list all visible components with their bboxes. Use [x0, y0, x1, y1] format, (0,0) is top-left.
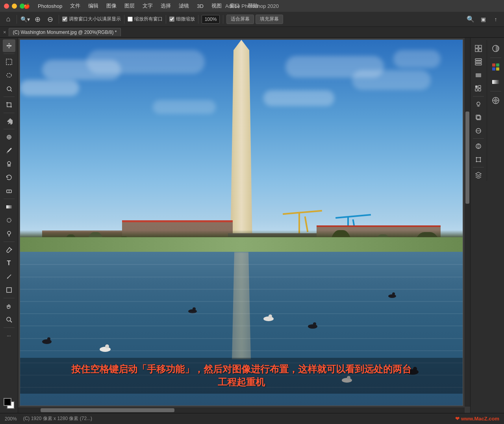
minimize-button[interactable] [12, 4, 17, 9]
svg-point-7 [7, 162, 11, 165]
tool-separator-8 [4, 327, 15, 328]
horizontal-scrollbar[interactable] [18, 407, 465, 413]
scrubby-zoom-checkbox[interactable] [169, 17, 174, 22]
rp-separator-1 [473, 96, 484, 97]
shape-tool[interactable] [3, 284, 15, 296]
lasso-tool[interactable] [3, 69, 15, 82]
stamp-tool[interactable] [3, 158, 15, 170]
text-tool[interactable]: T [3, 257, 15, 270]
gradient-tool[interactable] [3, 201, 15, 213]
rp-swatches-btn[interactable] [490, 61, 502, 73]
svg-point-40 [476, 157, 477, 158]
heal-tool[interactable] [3, 131, 15, 143]
vertical-scrollbar[interactable] [465, 38, 470, 407]
fill-screen-button[interactable]: 填充屏幕 [256, 15, 283, 24]
svg-rect-11 [6, 205, 12, 208]
menu-layer[interactable]: 图层 [120, 0, 139, 12]
rp-patterns-btn[interactable] [490, 95, 502, 106]
foreground-color-swatch[interactable] [4, 398, 11, 406]
more-tools-button[interactable]: ··· [3, 329, 15, 342]
quick-select-tool[interactable] [3, 82, 15, 95]
blur-tool[interactable] [3, 214, 15, 227]
fit-screen-button[interactable]: 适合屏幕 [226, 15, 254, 24]
rp-gradient-btn[interactable] [490, 76, 502, 88]
fit-window-checkbox-label[interactable]: 调整窗口大小以满屏显示 [62, 16, 121, 22]
toolbar-separator-4 [166, 15, 166, 24]
fit-window-checkbox[interactable] [62, 17, 67, 22]
right-panel-inner [471, 40, 504, 181]
marquee-tool[interactable] [3, 56, 15, 68]
zoom-all-checkbox[interactable] [128, 17, 133, 22]
menu-3d[interactable]: 3D [193, 0, 208, 12]
layout-icon-button[interactable]: ▣ [478, 14, 488, 24]
brush-tool[interactable] [3, 144, 15, 157]
rp-rect-btn[interactable] [472, 69, 484, 81]
menu-view[interactable]: 视图 [208, 0, 226, 12]
photo-canvas[interactable]: 按住空格键启动「手移功能」，然后对图像进行布置，这样就可以看到远处的两台 工程起… [20, 39, 463, 406]
zoom-value-input[interactable] [202, 15, 220, 24]
crop-tool[interactable] [3, 99, 15, 111]
rp-copy-btn[interactable] [472, 112, 484, 123]
menu-apple[interactable]: 🍎 [20, 0, 34, 12]
path-select-tool[interactable] [3, 270, 15, 283]
svg-rect-27 [475, 86, 478, 88]
zoom-all-checkbox-label[interactable]: 缩放所有窗口 [128, 16, 163, 22]
svg-rect-24 [475, 61, 482, 63]
vertical-scrollbar-thumb[interactable] [465, 112, 469, 204]
zoom-in-button[interactable]: ⊕ [32, 14, 43, 24]
svg-point-17 [7, 317, 11, 321]
rp-layers-btn[interactable] [472, 169, 484, 181]
document-tab[interactable]: (C) Washington Monument.jpg @ 200%(RGB/8… [9, 28, 121, 36]
tab-close-button[interactable]: × [3, 29, 6, 35]
right-panel [470, 38, 504, 413]
overlay-text-container: 按住空格键启动「手移功能」，然后对图像进行布置，这样就可以看到远处的两台 工程起… [20, 358, 463, 394]
rp-grid-btn[interactable] [472, 83, 484, 95]
canvas-area[interactable]: 按住空格键启动「手移功能」，然后对图像进行布置，这样就可以看到远处的两台 工程起… [18, 38, 470, 413]
svg-rect-45 [492, 63, 495, 67]
rp-circle-btn[interactable] [472, 125, 484, 137]
tool-separator-6 [4, 242, 15, 242]
color-swatch[interactable] [3, 397, 15, 410]
tool-separator-1 [4, 54, 15, 54]
pen-tool[interactable] [3, 244, 15, 256]
menu-photoshop[interactable]: Photoshop [34, 0, 66, 12]
rp-light-btn[interactable] [472, 98, 484, 110]
history-tool[interactable] [3, 171, 15, 184]
svg-point-31 [477, 102, 480, 105]
search-icon-button[interactable]: 🔍 [465, 14, 476, 24]
svg-rect-49 [492, 80, 499, 84]
hand-tool[interactable] [3, 300, 15, 312]
menu-text[interactable]: 文字 [139, 0, 157, 12]
move-tool[interactable] [3, 39, 15, 52]
horizontal-scrollbar-thumb[interactable] [41, 408, 174, 412]
menu-image[interactable]: 图像 [102, 0, 120, 12]
share-icon-button[interactable]: ↑ [491, 14, 501, 24]
dodge-tool[interactable] [3, 227, 15, 240]
menu-select[interactable]: 选择 [157, 0, 175, 12]
close-button[interactable] [4, 4, 9, 9]
scrubby-zoom-checkbox-label[interactable]: 细微缩放 [169, 16, 195, 22]
menu-edit[interactable]: 编辑 [84, 0, 102, 12]
tool-separator-7 [4, 298, 15, 298]
eyedropper-tool[interactable] [3, 115, 15, 127]
tool-separator-4 [4, 129, 15, 129]
rp-transform-btn[interactable] [472, 154, 484, 166]
zoom-out-button[interactable]: ⊖ [44, 14, 56, 24]
rp-arrange-btn[interactable] [472, 56, 484, 68]
rp-col2-separator-1 [490, 58, 501, 58]
svg-rect-0 [6, 59, 12, 65]
toolbar-separator [17, 15, 17, 24]
rp-sphere-btn[interactable] [472, 140, 484, 152]
tabbar: × (C) Washington Monument.jpg @ 200%(RGB… [0, 27, 504, 38]
zoom-tool-button[interactable]: 🔍▾ [20, 14, 30, 24]
rp-workspaces-btn[interactable] [472, 43, 484, 54]
menu-filter[interactable]: 滤镜 [175, 0, 193, 12]
svg-point-42 [476, 161, 477, 162]
menu-file[interactable]: 文件 [66, 0, 84, 12]
eraser-tool[interactable] [3, 184, 15, 197]
zoom-view-tool[interactable] [3, 313, 15, 326]
home-button[interactable]: ⌂ [3, 14, 13, 24]
scrubby-zoom-label: 细微缩放 [176, 16, 195, 22]
rp-color-btn[interactable] [490, 43, 502, 54]
water-ripple [20, 301, 463, 302]
